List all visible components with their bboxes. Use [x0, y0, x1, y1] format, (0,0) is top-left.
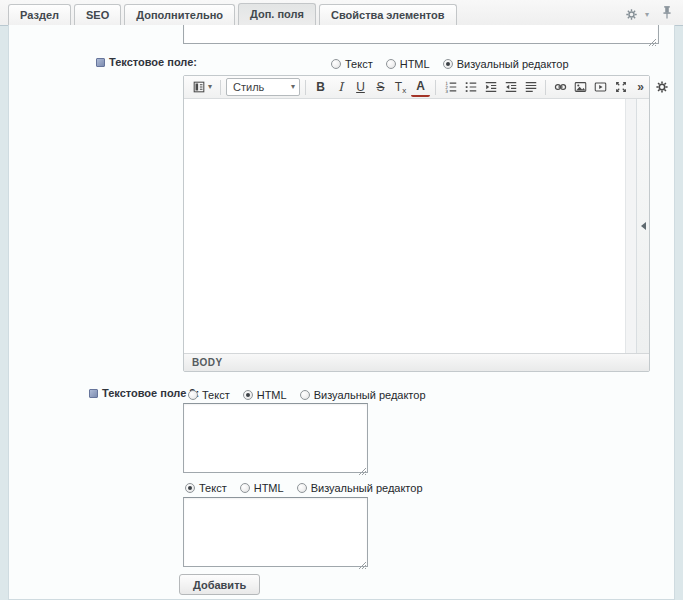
radio-label: HTML	[254, 482, 284, 494]
unordered-list-button[interactable]	[461, 78, 480, 96]
field2-row2-mode-radio-group: Текст HTML Визуальный редактор	[185, 481, 423, 494]
unordered-list-icon	[464, 80, 478, 94]
fullscreen-icon	[614, 80, 628, 94]
radio-label: Визуальный редактор	[457, 58, 569, 70]
radio-html[interactable]: HTML	[240, 482, 284, 494]
image-icon	[573, 80, 588, 94]
align-button[interactable]	[521, 78, 540, 96]
field1-mode-radio-group: Текст HTML Визуальный редактор	[331, 57, 569, 70]
image-button[interactable]	[571, 78, 590, 96]
link-icon	[553, 80, 568, 94]
style-select[interactable]: Стиль ▾	[226, 78, 300, 96]
radio-circle-icon[interactable]	[386, 59, 396, 69]
editor-tag-path-bar[interactable]: BODY	[184, 353, 649, 371]
radio-label: Визуальный редактор	[311, 482, 423, 494]
radio-circle-icon[interactable]	[188, 390, 198, 400]
field1-label: Текстовое поле:	[109, 56, 197, 68]
field-settings-icon[interactable]	[96, 58, 105, 67]
outdent-icon	[504, 80, 518, 94]
outdent-button[interactable]	[501, 78, 520, 96]
indent-button[interactable]	[481, 78, 500, 96]
radio-label: Текст	[199, 482, 227, 494]
remove-format-t: T	[395, 78, 402, 96]
bold-button[interactable]: B	[311, 78, 330, 96]
radio-visual-editor[interactable]: Визуальный редактор	[297, 482, 423, 494]
radio-html[interactable]: HTML	[243, 389, 287, 401]
more-buttons-button[interactable]: »	[631, 78, 650, 96]
add-value-button[interactable]: Добавить	[179, 574, 260, 595]
underline-button[interactable]: U	[351, 78, 370, 96]
svg-text:3: 3	[445, 89, 448, 94]
radio-circle-icon[interactable]	[243, 390, 253, 400]
form-panel: Текстовое поле: Текст HTML Визуальный ре…	[8, 25, 675, 600]
form-settings-gear-icon[interactable]	[622, 6, 641, 24]
radio-circle-icon[interactable]	[185, 483, 195, 493]
tab-label: Дополнительно	[136, 9, 223, 21]
style-select-value: Стиль	[233, 81, 264, 93]
radio-circle-icon[interactable]	[297, 483, 307, 493]
link-button[interactable]	[551, 78, 570, 96]
toolbar-separator	[305, 80, 306, 95]
toolbar-separator	[435, 80, 436, 95]
align-icon	[524, 80, 538, 94]
tab-seo[interactable]: SEO	[74, 4, 121, 25]
radio-text[interactable]: Текст	[331, 58, 373, 70]
radio-text[interactable]: Текст	[185, 482, 227, 494]
radio-label: Визуальный редактор	[314, 389, 426, 401]
editor-settings-gear-icon	[655, 80, 669, 94]
ordered-list-button[interactable]: 123	[441, 78, 460, 96]
select-caret-icon: ▾	[291, 83, 295, 91]
tab-section[interactable]: Раздел	[8, 4, 71, 25]
radio-label: Текст	[345, 58, 373, 70]
radio-circle-icon[interactable]	[443, 59, 453, 69]
tab-label: Раздел	[20, 9, 59, 21]
insert-snippet-button[interactable]: ▾	[189, 78, 215, 96]
field2-textarea-1[interactable]	[183, 403, 368, 473]
radio-circle-icon[interactable]	[240, 483, 250, 493]
field-settings-icon[interactable]	[89, 389, 98, 398]
video-button[interactable]	[591, 78, 610, 96]
tab-element-properties[interactable]: Свойства элементов	[319, 4, 457, 25]
toolbar-separator	[220, 80, 221, 95]
font-color-button[interactable]: A	[411, 77, 430, 97]
radio-circle-icon[interactable]	[331, 59, 341, 69]
tab-extra-fields[interactable]: Доп. поля	[238, 3, 316, 25]
editor-tag-path[interactable]: BODY	[192, 357, 223, 368]
radio-circle-icon[interactable]	[300, 390, 310, 400]
form-actions: ▾	[622, 5, 673, 24]
indent-icon	[484, 80, 498, 94]
radio-label: HTML	[257, 389, 287, 401]
radio-label: Текст	[202, 389, 230, 401]
remove-format-x: x	[402, 86, 406, 96]
toolbar-separator	[545, 80, 546, 95]
previous-field-textarea[interactable]	[183, 25, 659, 44]
tab-label: Свойства элементов	[331, 9, 445, 21]
field2-label: Текстовое поле 2:	[102, 387, 199, 399]
radio-html[interactable]: HTML	[386, 58, 430, 70]
fullscreen-button[interactable]	[611, 78, 630, 96]
visual-editor: ▾ Стиль ▾ B I U S Tx A 123	[183, 75, 650, 372]
tab-bar: Раздел SEO Дополнительно Доп. поля Свойс…	[0, 0, 683, 26]
field2-textarea-2[interactable]	[183, 497, 368, 567]
pin-icon[interactable]	[661, 5, 673, 24]
tab-label: Доп. поля	[250, 8, 304, 20]
radio-visual-editor[interactable]: Визуальный редактор	[300, 389, 426, 401]
editor-side-panel-toggle[interactable]	[636, 99, 649, 353]
settings-caret-icon[interactable]: ▾	[645, 11, 649, 19]
radio-visual-editor[interactable]: Визуальный редактор	[443, 58, 569, 70]
ordered-list-icon: 123	[444, 80, 458, 94]
italic-button[interactable]: I	[331, 78, 350, 96]
strikethrough-button[interactable]: S	[371, 78, 390, 96]
radio-text[interactable]: Текст	[188, 389, 230, 401]
editor-scrollbar[interactable]	[625, 99, 636, 353]
editor-settings-gear-button[interactable]	[652, 78, 671, 96]
panel-collapse-arrow-icon	[641, 222, 646, 230]
tab-strip: Раздел SEO Дополнительно Доп. поля Свойс…	[8, 3, 457, 25]
page: { "tabs": { "items": [ {"label": "Раздел…	[0, 0, 683, 600]
snippet-caret-icon: ▾	[208, 83, 212, 91]
remove-format-button[interactable]: Tx	[391, 78, 410, 96]
editor-canvas[interactable]	[184, 99, 625, 353]
tab-additional[interactable]: Дополнительно	[124, 4, 235, 25]
editor-body	[184, 99, 649, 353]
radio-label: HTML	[400, 58, 430, 70]
